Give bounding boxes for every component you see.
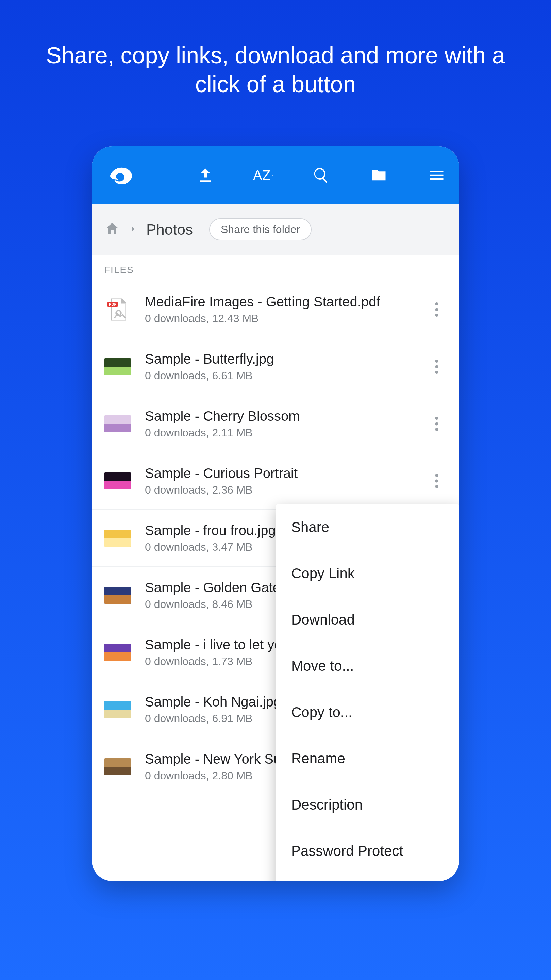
file-row[interactable]: Sample - Curious Portrait0 downloads, 2.…: [92, 452, 459, 509]
file-meta: 0 downloads, 6.61 MB: [145, 369, 427, 382]
menu-item-rename[interactable]: Rename: [276, 735, 459, 782]
sort-label: AZ: [253, 168, 271, 183]
svg-rect-22: [104, 538, 131, 547]
chevron-right-icon: [129, 224, 138, 234]
file-meta: 0 downloads, 2.36 MB: [145, 484, 427, 496]
app-frame: AZ Photos Share this folder FILES PDFMed…: [92, 146, 459, 881]
file-row[interactable]: Sample - Butterfly.jpg0 downloads, 6.61 …: [92, 338, 459, 395]
breadcrumb-home[interactable]: [104, 221, 120, 239]
svg-point-9: [435, 365, 438, 368]
upload-button[interactable]: [195, 165, 216, 185]
file-row[interactable]: Sample - Cherry Blossom0 downloads, 2.11…: [92, 395, 459, 452]
arrow-down-icon: [271, 172, 274, 178]
file-thumbnail: [104, 473, 131, 490]
image-thumbnail: [104, 358, 131, 375]
app-logo: [104, 164, 145, 186]
file-more-button[interactable]: [427, 414, 447, 434]
file-more-button[interactable]: [427, 471, 447, 491]
image-thumbnail: [104, 587, 131, 604]
context-menu: ShareCopy LinkDownloadMove to...Copy to.…: [276, 504, 459, 881]
menu-item-move-to[interactable]: Move to...: [276, 643, 459, 689]
svg-rect-17: [104, 481, 131, 490]
upload-icon: [197, 166, 214, 184]
image-thumbnail: [104, 415, 131, 432]
breadcrumb-separator: [129, 224, 138, 235]
file-more-button[interactable]: [427, 356, 447, 377]
file-thumbnail: [104, 415, 131, 432]
file-name: MediaFire Images - Getting Started.pdf: [145, 294, 427, 310]
image-thumbnail: [104, 473, 131, 490]
svg-point-3: [435, 302, 438, 305]
folder-plus-icon: [370, 166, 388, 184]
menu-item-password-protect[interactable]: Password Protect: [276, 828, 459, 874]
files-section-header: FILES: [92, 255, 459, 281]
svg-rect-7: [104, 367, 131, 375]
hamburger-icon: [428, 166, 446, 184]
breadcrumb: Photos Share this folder: [92, 204, 459, 255]
file-thumbnail: [104, 758, 131, 775]
file-thumbnail: [104, 701, 131, 718]
file-texts: Sample - Curious Portrait0 downloads, 2.…: [145, 466, 427, 496]
image-thumbnail: [104, 701, 131, 718]
svg-rect-42: [104, 767, 131, 775]
file-texts: Sample - Cherry Blossom0 downloads, 2.11…: [145, 409, 427, 439]
svg-point-14: [435, 422, 438, 425]
file-name: Sample - Curious Portrait: [145, 466, 427, 481]
home-icon: [104, 221, 120, 237]
svg-point-13: [435, 416, 438, 419]
svg-point-20: [435, 485, 438, 488]
svg-point-4: [435, 308, 438, 311]
menu-item-copy-to[interactable]: Copy to...: [276, 689, 459, 735]
toolbar: AZ: [92, 146, 459, 204]
menu-button[interactable]: [427, 165, 447, 185]
share-folder-button[interactable]: Share this folder: [209, 218, 312, 240]
menu-item-copy-link[interactable]: Copy Link: [276, 550, 459, 597]
svg-rect-27: [104, 595, 131, 604]
file-thumbnail: [104, 644, 131, 661]
search-icon: [312, 166, 330, 184]
file-meta: 0 downloads, 12.43 MB: [145, 312, 427, 325]
svg-point-18: [435, 474, 438, 477]
file-row[interactable]: PDFMediaFire Images - Getting Started.pd…: [92, 281, 459, 338]
sort-button[interactable]: AZ: [253, 165, 274, 185]
svg-rect-12: [104, 424, 131, 432]
more-vertical-icon: [435, 302, 439, 317]
svg-point-5: [435, 313, 438, 317]
search-button[interactable]: [311, 165, 331, 185]
new-folder-button[interactable]: [369, 165, 389, 185]
svg-rect-37: [104, 710, 131, 718]
menu-item-download[interactable]: Download: [276, 597, 459, 643]
svg-rect-32: [104, 652, 131, 661]
svg-point-15: [435, 428, 438, 431]
file-thumbnail: [104, 530, 131, 547]
svg-point-19: [435, 479, 438, 482]
file-more-button[interactable]: [427, 299, 447, 320]
file-texts: Sample - Butterfly.jpg0 downloads, 6.61 …: [145, 352, 427, 382]
more-vertical-icon: [435, 359, 439, 374]
file-texts: MediaFire Images - Getting Started.pdf0 …: [145, 294, 427, 325]
more-vertical-icon: [435, 474, 439, 488]
file-thumbnail: PDF: [104, 296, 131, 323]
file-name: Sample - Butterfly.jpg: [145, 352, 427, 367]
menu-item-share[interactable]: Share: [276, 504, 459, 550]
menu-item-description[interactable]: Description: [276, 782, 459, 828]
menu-item-move-to-trash[interactable]: Move to Trash: [276, 874, 459, 881]
more-vertical-icon: [435, 416, 439, 431]
file-thumbnail: [104, 587, 131, 604]
svg-text:PDF: PDF: [109, 302, 117, 306]
svg-point-10: [435, 371, 438, 374]
image-thumbnail: [104, 758, 131, 775]
svg-point-8: [435, 359, 438, 362]
image-thumbnail: [104, 530, 131, 547]
file-thumbnail: [104, 358, 131, 375]
breadcrumb-folder[interactable]: Photos: [146, 221, 193, 238]
file-name: Sample - Cherry Blossom: [145, 409, 427, 424]
promo-headline: Share, copy links, download and more wit…: [37, 41, 514, 99]
flame-icon: [104, 164, 145, 185]
pdf-file-icon: PDF: [104, 296, 131, 323]
file-meta: 0 downloads, 2.11 MB: [145, 426, 427, 439]
image-thumbnail: [104, 644, 131, 661]
